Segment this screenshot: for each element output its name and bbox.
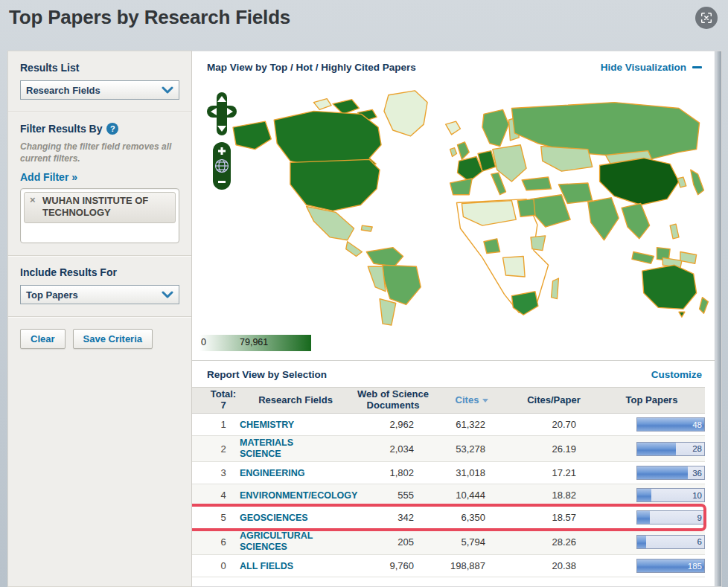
map-pan-control[interactable]: [205, 92, 238, 135]
help-icon[interactable]: ?: [106, 123, 118, 135]
chevron-down-icon: [162, 86, 173, 94]
world-map[interactable]: [199, 82, 714, 327]
field-link[interactable]: ALL FIELDS: [240, 561, 293, 572]
results-list-dropdown[interactable]: Research Fields: [20, 80, 179, 100]
map-title: Map View by Top / Hot / Highly Cited Pap…: [207, 62, 416, 73]
rank-cell: 6: [207, 536, 240, 548]
map-zoom-control[interactable]: [212, 141, 232, 190]
top-papers-bar: 10: [636, 488, 705, 502]
field-link[interactable]: AGRICULTURAL SCIENCES: [240, 530, 331, 553]
top-papers-cell: 10: [598, 488, 705, 502]
include-results-dropdown[interactable]: Top Papers: [20, 285, 179, 304]
table-body: 1 CHEMISTRY 2,962 61,322 20.70 48 2 MATE…: [192, 414, 705, 577]
hide-visualization-label: Hide Visualization: [601, 62, 686, 73]
rank-cell: 3: [207, 467, 240, 478]
cites-cell: 198,887: [435, 560, 509, 571]
cites-per-paper-cell: 17.21: [509, 467, 598, 478]
sidebar: Results List Research Fields Filter Resu…: [7, 51, 192, 587]
page-title: Top Papers by Research Fields: [9, 6, 290, 29]
filter-chip-label: WUHAN INSTITUTE OF TECHNOLOGY: [42, 195, 148, 218]
filter-section: Filter Results By ? Changing the filter …: [8, 112, 191, 256]
results-list-value: Research Fields: [26, 85, 100, 96]
docs-cell: 2,034: [351, 443, 435, 455]
top-papers-cell: 36: [598, 466, 705, 480]
report-title: Report View by Selection: [207, 369, 327, 380]
legend-max-value: 79,961: [240, 337, 268, 347]
docs-cell: 9,760: [351, 560, 435, 571]
main-panel: Map View by Top / Hot / Highly Cited Pap…: [192, 51, 722, 587]
field-link[interactable]: GEOSCIENCES: [240, 513, 308, 524]
top-papers-bar: 6: [636, 535, 705, 549]
top-papers-value: 6: [697, 537, 702, 546]
top-papers-cell: 6: [598, 535, 705, 549]
top-papers-value: 9: [697, 513, 702, 522]
docs-cell: 205: [351, 536, 435, 548]
cites-per-paper-cell: 26.19: [509, 443, 598, 455]
column-header-cites[interactable]: Cites: [435, 395, 509, 406]
field-link[interactable]: CHEMISTRY: [240, 420, 294, 431]
scrollbar[interactable]: [715, 51, 721, 586]
cites-cell: 53,278: [435, 443, 509, 455]
chevron-down-icon: [162, 290, 173, 299]
include-results-section: Include Results For Top Papers: [8, 256, 191, 317]
top-papers-bar: 185: [636, 559, 705, 573]
total-value: 7: [207, 400, 240, 411]
cites-cell: 6,350: [435, 512, 509, 523]
docs-cell: 1,802: [351, 467, 435, 478]
top-papers-bar-fill: [637, 443, 676, 455]
table-row: 5 GEOSCIENCES 342 6,350 18.57 9: [192, 507, 705, 529]
zoom-out-icon: [218, 181, 226, 183]
sort-desc-icon: [482, 399, 488, 402]
top-papers-bar-fill: [637, 489, 651, 501]
rank-cell: 4: [207, 490, 240, 501]
cites-per-paper-cell: 28.26: [509, 536, 598, 548]
cites-per-paper-cell: 18.57: [509, 512, 598, 523]
save-criteria-button[interactable]: Save Criteria: [73, 329, 153, 349]
actions-section: Clear Save Criteria: [8, 317, 191, 361]
field-link[interactable]: ENVIRONMENT/ECOLOGY: [240, 490, 331, 501]
map-controls: [205, 92, 238, 190]
results-list-section: Results List Research Fields: [8, 51, 191, 112]
results-list-heading: Results List: [20, 62, 179, 74]
total-header: Total: 7: [207, 389, 240, 411]
docs-cell: 555: [351, 490, 435, 501]
top-papers-bar: 48: [636, 417, 705, 432]
table-row: 3 ENGINEERING 1,802 31,018 17.21 36: [192, 462, 705, 484]
remove-filter-icon[interactable]: ×: [30, 194, 36, 206]
field-link[interactable]: MATERIALS SCIENCE: [240, 437, 331, 460]
table-header: Total: 7 Research Fields Web of Science …: [192, 387, 705, 414]
minus-icon: [692, 66, 702, 68]
column-header-cites-per-paper[interactable]: Cites/Paper: [509, 395, 598, 406]
cites-cell: 31,018: [435, 467, 509, 478]
customize-link[interactable]: Customize: [651, 369, 702, 380]
cites-header-label: Cites: [456, 395, 479, 406]
top-papers-cell: 185: [598, 559, 705, 573]
rank-cell: 0: [207, 560, 240, 571]
filter-heading: Filter Results By ?: [20, 123, 179, 135]
expand-button[interactable]: [695, 7, 718, 29]
map-header: Map View by Top / Hot / Highly Cited Pap…: [192, 51, 721, 79]
clear-button[interactable]: Clear: [20, 329, 66, 349]
docs-cell: 2,962: [351, 419, 435, 430]
add-filter-link[interactable]: Add Filter »: [20, 171, 77, 183]
cites-per-paper-cell: 20.70: [509, 419, 598, 430]
table-row: 4 ENVIRONMENT/ECOLOGY 555 10,444 18.82 1…: [192, 484, 705, 507]
top-papers-bar: 36: [636, 466, 705, 480]
top-papers-bar-fill: [637, 536, 646, 548]
hide-visualization-link[interactable]: Hide Visualization: [601, 62, 702, 73]
rank-cell: 5: [207, 512, 240, 523]
include-results-heading: Include Results For: [20, 266, 179, 278]
top-papers-bar-fill: [637, 511, 650, 524]
filter-box: × WUHAN INSTITUTE OF TECHNOLOGY: [20, 188, 179, 243]
report-header: Report View by Selection Customize: [192, 360, 721, 387]
field-link[interactable]: ENGINEERING: [240, 468, 305, 479]
table-row: 0 ALL FIELDS 9,760 198,887 20.38 185: [192, 555, 705, 577]
column-header-wos-documents[interactable]: Web of Science Documents: [351, 389, 435, 411]
total-label: Total:: [207, 389, 240, 400]
page-header: Top Papers by Research Fields: [0, 0, 728, 45]
table-row: 6 AGRICULTURAL SCIENCES 205 5,794 28.26 …: [192, 529, 705, 555]
column-header-top-papers[interactable]: Top Papers: [598, 395, 705, 406]
column-header-research-fields[interactable]: Research Fields: [240, 395, 351, 406]
rank-cell: 1: [207, 419, 240, 430]
top-papers-bar-fill: [637, 466, 688, 479]
